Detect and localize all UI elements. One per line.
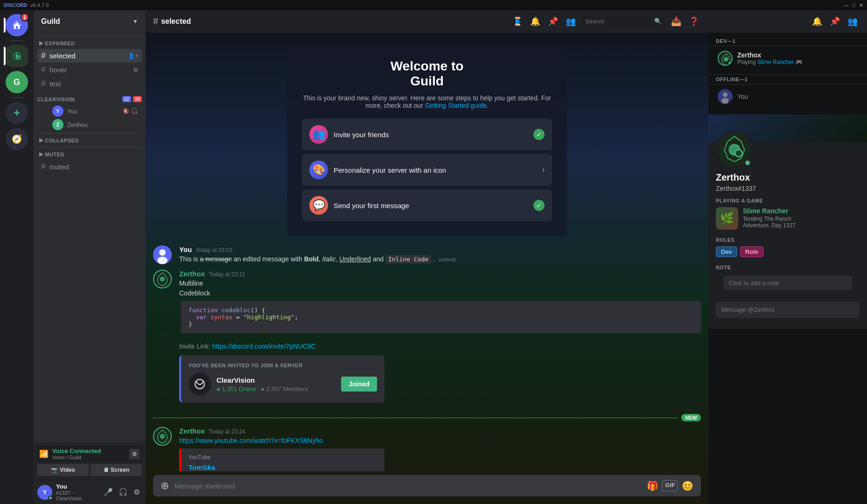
voice-title: Voice Connected (52, 448, 126, 455)
close-button[interactable]: ✕ (859, 2, 863, 8)
inbox-icon[interactable]: 📥 (669, 14, 683, 28)
search-box[interactable]: Search 🔍 (581, 16, 665, 27)
deafen-button[interactable]: 🎧 (117, 486, 130, 498)
notification-icon[interactable]: 🔔 (528, 14, 542, 28)
yt-title[interactable]: TomSka (189, 463, 377, 471)
settings-icon[interactable]: ⚙ (133, 67, 138, 73)
youtube-link[interactable]: https://www.youtube.com/watch?v=foFKXS6N… (179, 437, 323, 444)
role-role[interactable]: Role (740, 246, 763, 257)
server-divider-2 (9, 97, 24, 98)
chat-messages[interactable]: Welcome to Guild This is your brand new,… (146, 33, 708, 471)
minimize-button[interactable]: — (843, 2, 848, 8)
server-add[interactable]: + (6, 102, 28, 124)
invite-server-icon (189, 373, 211, 395)
invite-url[interactable]: https://discord.com/invite/7pNUC9C (212, 343, 316, 350)
message-input-area: ⊕ 🎁 GIF 😊 (146, 471, 708, 504)
user-info: You #1337 · ClearVision (56, 483, 98, 501)
voice-member-you[interactable]: Y You 🔇 🎧 (37, 105, 142, 118)
notifications-button[interactable]: 🔔 (810, 14, 824, 28)
note-box[interactable]: Click to add a note (723, 276, 852, 290)
checklist-message[interactable]: 💬 Send your first message ✓ (302, 189, 552, 221)
new-label: NEW (681, 414, 701, 421)
header-actions[interactable]: 🧵 🔔 📌 👥 Search 🔍 📥 ❓ (510, 14, 701, 28)
section-expanded: ▶ EXPANDED (37, 38, 146, 48)
maximize-button[interactable]: □ (852, 2, 855, 8)
app-name: DISCORDv6-4.7.9 (4, 2, 49, 8)
checklist-invite[interactable]: 👥 Invite your friends ✓ (302, 119, 552, 150)
svg-point-7 (157, 257, 168, 264)
server-menu-chevron[interactable]: ▼ (133, 18, 138, 25)
invite-embed-title: YOU'VE BEEN INVITED TO JOIN A SERVER (189, 363, 377, 368)
getting-started-link[interactable]: Getting Started guide (425, 102, 487, 109)
thread-icon[interactable]: 🧵 (510, 14, 524, 28)
channel-hover[interactable]: # hover ⚙ (37, 63, 142, 77)
join-button[interactable]: Joined (341, 377, 377, 392)
member-zerthox[interactable]: Zerthox Playing Slime Rancher 🎮 (712, 47, 863, 70)
channel-text[interactable]: # text (37, 77, 142, 91)
add-user-icon[interactable]: 👤+ (128, 53, 138, 59)
invite-label: Invite your friends (334, 131, 528, 139)
mute-button[interactable]: 🎤 (102, 486, 115, 498)
channel-muted[interactable]: # muted (37, 160, 142, 174)
profile-status (744, 159, 751, 167)
help-icon[interactable]: ❓ (687, 14, 701, 28)
you-avatar[interactable] (153, 245, 172, 264)
dev-section: DEV—1 Zerthox Playing Slime Rancher 🎮 (708, 33, 867, 72)
user-settings-button[interactable]: ⚙ (132, 486, 142, 498)
channel-list: ▶ EXPANDED # selected 👤+ # hover ⚙ (34, 33, 146, 442)
message-text-4: https://www.youtube.com/watch?v=foFKXS6N… (179, 436, 701, 446)
voice-member-zerthox[interactable]: Z Zerthox (37, 118, 142, 131)
message-icon: 💬 (309, 196, 328, 215)
message-group-4: Zerthox Today at 23:24 https://www.youtu… (146, 425, 708, 471)
member-list-icon[interactable]: 👥 (564, 14, 578, 28)
gif-button[interactable]: GIF (662, 480, 678, 491)
voice-controls[interactable]: ⚙ (129, 449, 140, 459)
server-g[interactable]: G (6, 71, 28, 93)
message-header-2: Zerthox Today at 23:11 (179, 270, 701, 278)
role-dev[interactable]: Dev (716, 246, 737, 257)
channel-icons: 👤+ (128, 53, 138, 59)
checklist-icon[interactable]: 🎨 Personalize your server with an icon › (302, 154, 552, 186)
welcome-subtitle: This is your brand new, shiny server. He… (302, 94, 552, 109)
message-author-2[interactable]: Zerthox (179, 270, 205, 278)
zerthox-avatar: Z (52, 119, 63, 130)
window-controls[interactable]: — □ ✕ (843, 2, 863, 8)
home-badge: 1 (21, 13, 29, 21)
server-guild[interactable] (6, 45, 28, 67)
message-author-4[interactable]: Zerthox (179, 427, 205, 435)
user-tag: #1337 · ClearVision (56, 490, 98, 501)
channel-hash-icon: # (41, 162, 46, 172)
deafen-icon: 🎧 (131, 108, 138, 114)
member-you-offline[interactable]: You (712, 85, 863, 108)
pin-icon[interactable]: 📌 (546, 14, 560, 28)
server-list: 1 G + 🧭 (0, 10, 34, 504)
server-title: Guild (41, 17, 60, 26)
voice-member-name: Zerthox (67, 121, 88, 128)
message-content-2: Zerthox Today at 23:11 MultilineCodebloc… (179, 270, 701, 336)
channel-name: text (49, 80, 61, 88)
user-controls[interactable]: 🎤 🎧 ⚙ (102, 486, 142, 498)
server-home[interactable]: 1 (6, 14, 28, 36)
message-zerthox-input[interactable]: Message @Zerthox (716, 301, 860, 318)
zerthox-avatar-2[interactable] (153, 427, 172, 446)
message-content-4: Zerthox Today at 23:24 https://www.youtu… (179, 427, 701, 471)
voice-settings-btn[interactable]: ⚙ (129, 449, 140, 459)
screen-button[interactable]: 🖥 Screen (91, 464, 142, 476)
emoji-icon[interactable]: 😊 (682, 480, 693, 491)
message-author-1[interactable]: You (179, 245, 192, 253)
video-button[interactable]: 📷 Video (37, 464, 89, 476)
gift-icon[interactable]: 🎁 (647, 480, 658, 491)
invite-server-name: ClearVision (217, 376, 336, 384)
invite-embed: YOU'VE BEEN INVITED TO JOIN A SERVER (179, 355, 385, 403)
channel-selected[interactable]: # selected 👤+ (37, 49, 142, 63)
zerthox-avatar[interactable] (153, 270, 172, 288)
server-name-header[interactable]: Guild ▼ (34, 10, 146, 33)
add-attachment-button[interactable]: ⊕ (161, 480, 169, 492)
channel-hash-icon: # (41, 79, 46, 89)
members-button[interactable]: 👥 (846, 14, 860, 28)
invite-icon: 👥 (309, 125, 328, 144)
message-input[interactable] (175, 482, 641, 490)
user-avatar[interactable]: Y (37, 485, 52, 500)
server-explore[interactable]: 🧭 (6, 128, 28, 150)
pin-button[interactable]: 📌 (828, 14, 842, 28)
